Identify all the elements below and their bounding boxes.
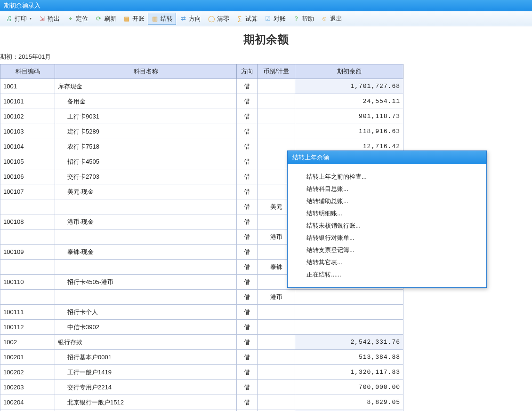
cell-name[interactable]: [55, 199, 237, 214]
cell-currency[interactable]: [258, 365, 295, 380]
cell-name[interactable]: 招行卡4505: [55, 154, 237, 169]
cell-name[interactable]: 建行卡5289: [55, 124, 237, 139]
cell-balance[interactable]: 901,118.73: [295, 109, 403, 124]
table-row[interactable]: 100111招行卡个人借: [0, 305, 403, 320]
cell-direction[interactable]: 借: [237, 380, 258, 395]
cell-balance[interactable]: 8,829.05: [295, 395, 403, 410]
cell-code[interactable]: 1002: [0, 335, 55, 350]
cell-code[interactable]: 100202: [0, 365, 55, 380]
cell-code[interactable]: [0, 199, 55, 214]
table-row[interactable]: 100103建行卡5289借118,916.63: [0, 124, 403, 139]
cell-name[interactable]: 交行专用户2214: [55, 380, 237, 395]
cell-direction[interactable]: 借: [237, 275, 258, 290]
cell-name[interactable]: 交行卡2703: [55, 169, 237, 184]
cell-name[interactable]: 中信卡3902: [55, 320, 237, 335]
cell-currency[interactable]: [258, 380, 295, 395]
cell-direction[interactable]: 借: [237, 79, 258, 94]
direction-button[interactable]: ⇄ 方向: [176, 13, 204, 25]
cell-code[interactable]: 100105: [0, 154, 55, 169]
cell-balance[interactable]: 2,542,331.76: [295, 335, 403, 350]
table-row[interactable]: 100201招行基本户0001借513,384.88: [0, 350, 403, 365]
cell-currency[interactable]: [258, 335, 295, 350]
cell-code[interactable]: [0, 229, 55, 245]
cell-name[interactable]: 泰铢-现金: [55, 245, 237, 260]
carry-forward-button[interactable]: ▥ 结转: [148, 13, 176, 25]
locate-button[interactable]: ⌖ 定位: [63, 13, 91, 25]
cell-balance[interactable]: 1,320,117.83: [295, 365, 403, 380]
cell-currency[interactable]: [258, 350, 295, 365]
table-row[interactable]: 100102工行卡9031借901,118.73: [0, 109, 403, 124]
cell-currency[interactable]: [258, 305, 295, 320]
cell-name[interactable]: 工行卡9031: [55, 109, 237, 124]
cell-name[interactable]: 美元-现金: [55, 184, 237, 199]
cell-name[interactable]: 银行存款: [55, 335, 237, 350]
cell-name[interactable]: 库存现金: [55, 79, 237, 94]
cell-direction[interactable]: 借: [237, 260, 258, 275]
trial-button[interactable]: ∑ 试算: [233, 13, 261, 25]
cell-code[interactable]: 100108: [0, 214, 55, 229]
table-row[interactable]: 100204北京银行一般户1512借8,829.05: [0, 395, 403, 410]
cell-currency[interactable]: [258, 109, 295, 124]
cell-direction[interactable]: 借: [237, 184, 258, 199]
cell-direction[interactable]: 借: [237, 139, 258, 154]
refresh-button[interactable]: ⟳ 刷新: [91, 13, 120, 25]
col-currency[interactable]: 币别/计量: [258, 64, 295, 79]
help-button[interactable]: ? 帮助: [289, 13, 317, 25]
cell-direction[interactable]: 借: [237, 335, 258, 350]
cell-name[interactable]: 北京银行一般户1512: [55, 395, 237, 410]
cell-balance[interactable]: [295, 305, 403, 320]
cell-direction[interactable]: 借: [237, 245, 258, 260]
cell-name[interactable]: 工行一般户1419: [55, 365, 237, 380]
cell-direction[interactable]: 借: [237, 94, 258, 109]
output-button[interactable]: ⇲ 输出: [35, 13, 63, 25]
cell-name[interactable]: 招行基本户0001: [55, 350, 237, 365]
cell-code[interactable]: 100203: [0, 380, 55, 395]
cell-code[interactable]: 100106: [0, 169, 55, 184]
cell-name[interactable]: 备用金: [55, 94, 237, 109]
cell-currency[interactable]: [258, 94, 295, 109]
cell-code[interactable]: 100112: [0, 320, 55, 335]
cell-direction[interactable]: 借: [237, 290, 258, 305]
cell-code[interactable]: [0, 260, 55, 275]
cell-code[interactable]: 100201: [0, 350, 55, 365]
cell-direction[interactable]: 借: [237, 109, 258, 124]
table-row[interactable]: 100101备用金借24,554.11: [0, 94, 403, 109]
col-code[interactable]: 科目编码: [0, 64, 55, 79]
reconcile-button[interactable]: ☑ 对账: [261, 13, 289, 25]
cell-direction[interactable]: 借: [237, 124, 258, 139]
col-direction[interactable]: 方向: [237, 64, 258, 79]
clear-button[interactable]: ◯ 清零: [204, 13, 233, 25]
cell-direction[interactable]: 借: [237, 154, 258, 169]
cell-code[interactable]: 100102: [0, 109, 55, 124]
exit-button[interactable]: ⎋ 退出: [317, 13, 346, 25]
cell-name[interactable]: 招行卡4505-港币: [55, 275, 237, 290]
cell-currency[interactable]: [258, 124, 295, 139]
cell-code[interactable]: 1001: [0, 79, 55, 94]
cell-name[interactable]: [55, 290, 237, 305]
cell-direction[interactable]: 借: [237, 169, 258, 184]
cell-name[interactable]: 招行卡个人: [55, 305, 237, 320]
cell-direction[interactable]: 借: [237, 350, 258, 365]
cell-balance[interactable]: 24,554.11: [295, 94, 403, 109]
cell-currency[interactable]: [258, 320, 295, 335]
cell-name[interactable]: [55, 229, 237, 245]
cell-code[interactable]: 100110: [0, 275, 55, 290]
cell-code[interactable]: 100101: [0, 94, 55, 109]
col-name[interactable]: 科目名称: [55, 64, 237, 79]
table-row[interactable]: 100203交行专用户2214借700,000.00: [0, 380, 403, 395]
table-row[interactable]: 100202工行一般户1419借1,320,117.83: [0, 365, 403, 380]
cell-code[interactable]: 100111: [0, 305, 55, 320]
cell-code[interactable]: 100103: [0, 124, 55, 139]
cell-code[interactable]: 100109: [0, 245, 55, 260]
cell-balance[interactable]: [295, 320, 403, 335]
cell-balance[interactable]: 118,916.63: [295, 124, 403, 139]
cell-name[interactable]: 农行卡7518: [55, 139, 237, 154]
cell-currency[interactable]: [258, 395, 295, 410]
cell-name[interactable]: [55, 260, 237, 275]
cell-code[interactable]: 100104: [0, 139, 55, 154]
cell-balance[interactable]: 513,384.88: [295, 350, 403, 365]
table-row[interactable]: 借港币: [0, 290, 403, 305]
cell-code[interactable]: [0, 290, 55, 305]
table-row[interactable]: 100112中信卡3902借: [0, 320, 403, 335]
cell-direction[interactable]: 借: [237, 214, 258, 229]
